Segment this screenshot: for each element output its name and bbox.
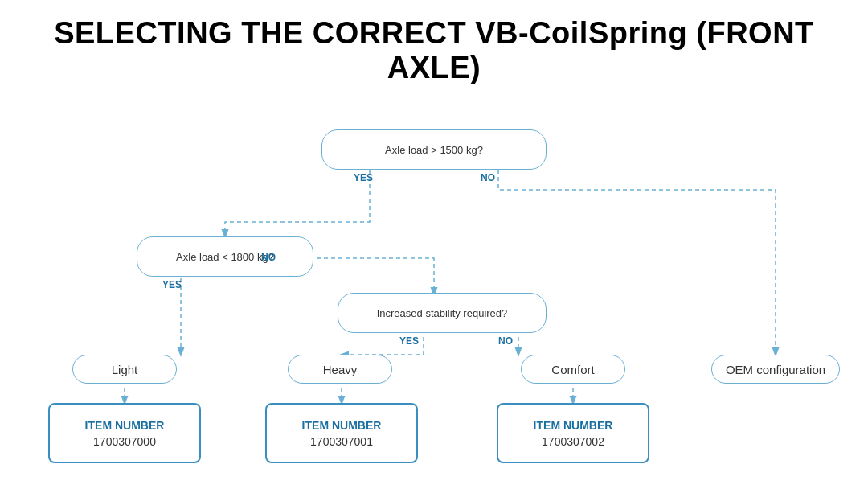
item-box-1: ITEM NUMBER 1700307001	[265, 403, 418, 463]
item-box-2: ITEM NUMBER 1700307002	[497, 403, 649, 463]
decision-box-2: Axle load < 1800 kg?	[137, 236, 313, 277]
page-title: SELECTING THE CORRECT VB-CoilSpring (FRO…	[24, 16, 844, 85]
decision2-no-label: NO	[261, 252, 276, 263]
result-heavy: Heavy	[288, 355, 392, 384]
decision-3-text: Increased stability required?	[377, 307, 508, 319]
diagram: Axle load > 1500 kg? YES NO Axle load < …	[24, 109, 844, 487]
decision-box-3: Increased stability required?	[338, 293, 547, 333]
decision-2-text: Axle load < 1800 kg?	[176, 251, 274, 263]
item-0-label: ITEM NUMBER	[85, 418, 165, 433]
decision1-yes-label: YES	[354, 172, 373, 183]
decision-box-1: Axle load > 1500 kg?	[321, 129, 547, 170]
item-0-number: 1700307000	[93, 435, 156, 448]
result-light: Light	[72, 355, 177, 384]
result-comfort: Comfort	[521, 355, 625, 384]
item-2-label: ITEM NUMBER	[534, 418, 613, 433]
item-1-number: 1700307001	[310, 435, 373, 448]
result-comfort-label: Comfort	[551, 363, 594, 376]
item-2-number: 1700307002	[542, 435, 604, 448]
item-1-label: ITEM NUMBER	[302, 418, 382, 433]
decision-1-text: Axle load > 1500 kg?	[385, 144, 483, 156]
result-oem: OEM configuration	[711, 355, 840, 384]
result-heavy-label: Heavy	[323, 363, 358, 376]
decision3-yes-label: YES	[399, 335, 419, 347]
decision2-yes-label: YES	[162, 279, 182, 290]
result-oem-label: OEM configuration	[726, 363, 825, 376]
decision3-no-label: NO	[498, 335, 513, 347]
page: SELECTING THE CORRECT VB-CoilSpring (FRO…	[0, 0, 868, 489]
result-light-label: Light	[112, 363, 138, 376]
decision1-no-label: NO	[481, 172, 495, 183]
item-box-0: ITEM NUMBER 1700307000	[48, 403, 201, 463]
